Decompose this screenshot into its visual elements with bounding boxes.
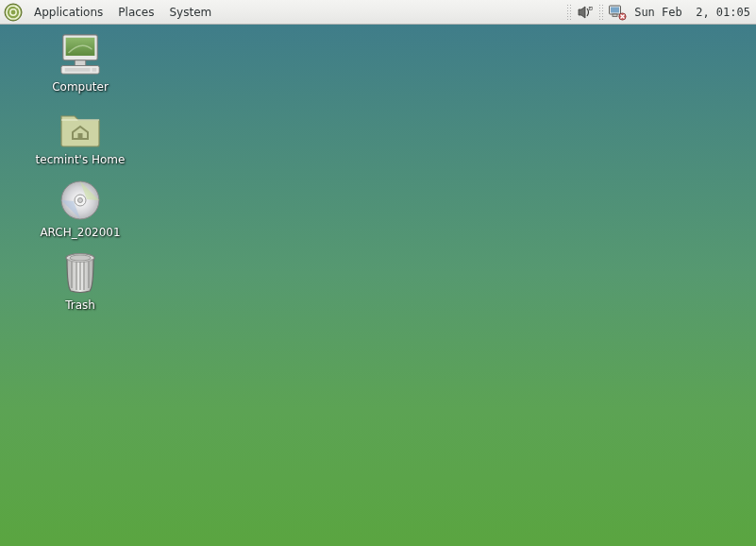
tray-separator	[598, 4, 604, 21]
desktop-icon-label: Trash	[65, 299, 95, 312]
svg-rect-4	[611, 7, 619, 12]
desktop-icon-label: ARCH_202001	[40, 226, 120, 239]
svg-point-19	[70, 255, 91, 261]
computer-icon	[58, 32, 103, 77]
tray-separator	[566, 4, 572, 21]
network-icon[interactable]	[607, 2, 628, 23]
desktop-icon-label: Computer	[52, 80, 109, 94]
svg-rect-11	[65, 68, 91, 72]
svg-point-16	[78, 198, 83, 203]
svg-rect-9	[75, 60, 86, 66]
svg-rect-13	[78, 133, 83, 139]
volume-icon[interactable]	[575, 2, 596, 23]
svg-rect-8	[66, 38, 95, 56]
menu-applications[interactable]: Applications	[26, 0, 110, 24]
panel-left: Applications Places System	[0, 0, 219, 24]
clock-text: Sun Feb 2, 01:05	[634, 6, 750, 19]
top-panel: Applications Places System	[0, 0, 756, 25]
clock[interactable]: Sun Feb 2, 01:05	[629, 6, 750, 19]
desktop-icon-label: tecmint's Home	[36, 153, 126, 166]
menu-system[interactable]: System	[161, 0, 219, 24]
svg-rect-12	[92, 68, 96, 72]
desktop-icon-disc[interactable]: ARCH_202001	[9, 178, 151, 239]
desktop-icon-home[interactable]: tecmint's Home	[9, 105, 151, 166]
desktop-icon-trash[interactable]: Trash	[9, 250, 151, 312]
menu-label: Applications	[34, 6, 103, 19]
menu-label: Places	[118, 6, 154, 19]
svg-rect-5	[613, 14, 617, 17]
menu-label: System	[169, 6, 211, 19]
desktop-background[interactable]: Applications Places System	[0, 0, 756, 546]
trash-icon	[58, 250, 103, 296]
home-folder-icon	[58, 105, 103, 150]
desktop-icon-computer[interactable]: Computer	[9, 32, 151, 94]
menu-places[interactable]: Places	[110, 0, 161, 24]
panel-right: Sun Feb 2, 01:05	[564, 0, 756, 24]
main-menu-launcher-icon[interactable]	[2, 1, 25, 24]
desktop-icons-container: Computer tecmint's Home	[9, 32, 151, 312]
optical-disc-icon	[58, 178, 103, 223]
